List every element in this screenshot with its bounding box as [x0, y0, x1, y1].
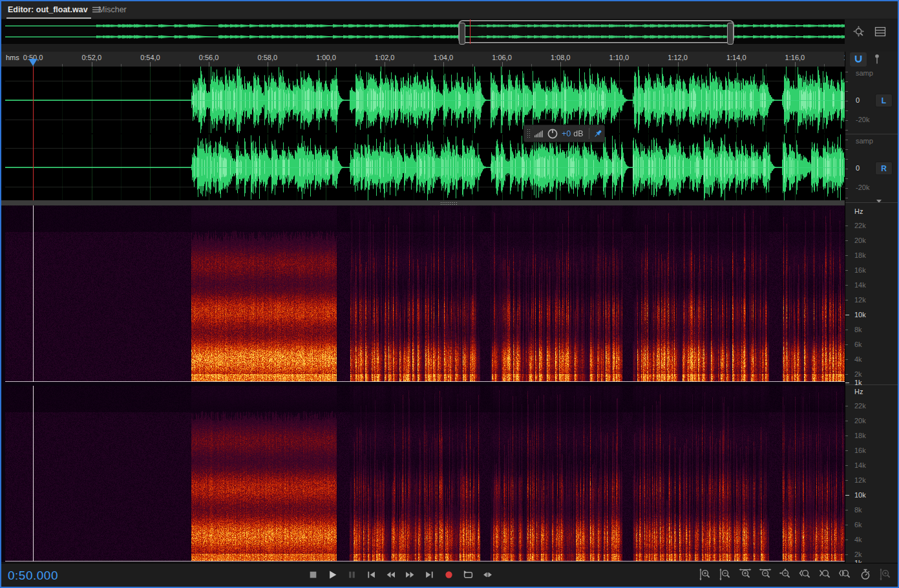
level-meter-icon [534, 129, 544, 138]
hud-drag-handle[interactable] [527, 129, 530, 138]
gain-value[interactable]: +0 [562, 129, 571, 138]
ruler-major-tick [326, 62, 326, 67]
frequency-tick [845, 554, 848, 555]
ruler-major-tick [795, 62, 796, 67]
waveform-channel-right-canvas[interactable] [5, 134, 845, 200]
active-tab-underline [6, 17, 91, 19]
amplitude-tick [845, 91, 848, 92]
frequency-tick [845, 465, 848, 466]
ruler-tick-label: 1:14,0 [726, 54, 746, 61]
amplitude-tick [845, 110, 848, 111]
scale-column[interactable]: samp0-20kLsamp0-20kRHz22k20k18k16k14k12k… [845, 52, 898, 563]
spectrogram-channel-right-canvas[interactable] [5, 386, 845, 562]
zoom-out-time-button[interactable] [758, 567, 772, 581]
frequency-tick [845, 480, 848, 481]
spectrogram-baseline [5, 561, 845, 562]
frequency-tick [845, 285, 848, 286]
frequency-tick-label: 16k [854, 266, 866, 274]
loop-playback-button[interactable] [461, 568, 475, 582]
frequency-tick-label: 4k [854, 536, 862, 543]
ruler-unit-label: hms [6, 54, 19, 61]
timeline-ruler[interactable]: hms 0:50,00:52,00:54,00:56,00:58,01:00,0… [0, 52, 845, 67]
frequency-tick-label: 6k [854, 341, 862, 348]
tab-editor-label: Editor: out_float.wav [8, 5, 88, 14]
scale-divider [845, 384, 898, 385]
record-button[interactable] [442, 568, 456, 582]
pause-button[interactable] [345, 568, 359, 582]
playhead-marker[interactable] [28, 59, 37, 66]
hud-separator [589, 128, 589, 139]
zoom-out-full-button[interactable] [778, 567, 792, 581]
viewport-right-handle[interactable] [727, 23, 734, 45]
frequency-tick-label: 8k [854, 326, 862, 333]
waveform-playhead-line [33, 67, 34, 200]
spectrogram-channel-left-canvas[interactable] [5, 205, 845, 382]
panel-menu-icon[interactable] [873, 25, 887, 38]
play-button[interactable] [326, 568, 339, 582]
timecode-display[interactable]: 0:50.000 [8, 569, 58, 583]
gain-knob-icon[interactable] [547, 128, 558, 140]
frequency-tick-label: 2k [854, 370, 862, 378]
frequency-tick [845, 226, 848, 226]
stopwatch-button[interactable] [858, 567, 872, 581]
stop-button[interactable] [306, 568, 320, 582]
channel-button-r[interactable]: R [875, 162, 893, 175]
ruler-tick-label: 1:02,0 [375, 54, 395, 61]
go-to-end-button[interactable] [423, 568, 436, 582]
frequency-tick [845, 255, 848, 256]
frequency-tick-label: 16k [854, 446, 866, 454]
amplitude-tick [845, 149, 848, 150]
amplitude-tick-label: -20k [856, 116, 869, 123]
panel-splitter[interactable] [1, 200, 845, 205]
skip-selection-button[interactable] [481, 568, 494, 582]
amplitude-tick [845, 81, 848, 82]
frequency-tick [845, 315, 849, 315]
amplitude-tick [845, 101, 848, 101]
volume-hud[interactable]: +0 dB [524, 125, 605, 142]
ruler-tick-label: 0:58,0 [257, 54, 277, 61]
ruler-tick-label: 1:04,0 [434, 54, 454, 61]
frequency-tick-label: 14k [854, 281, 866, 289]
overview-viewport-rect[interactable] [458, 20, 734, 43]
zoom-in-time-button[interactable] [738, 567, 752, 581]
splitter-grip[interactable] [440, 202, 457, 205]
zoom-in-amplitude-button[interactable] [698, 567, 712, 581]
pan-zoom-icon[interactable] [852, 25, 865, 38]
rewind-button[interactable] [384, 568, 397, 582]
tab-mixer-label: Mischer [98, 5, 127, 14]
zoom-in-at-out-point-button[interactable] [818, 567, 832, 581]
fast-forward-button[interactable] [403, 568, 417, 582]
frequency-tick [845, 540, 848, 540]
pin-hud-icon[interactable] [593, 129, 603, 139]
frequency-tick-label: 12k [854, 296, 866, 304]
amplitude-tick [845, 140, 848, 140]
frequency-tick [845, 374, 848, 375]
viewport-left-handle[interactable] [459, 23, 465, 45]
ruler-tick-label: 1:08,0 [551, 54, 571, 61]
ruler-tick-label: 0:52,0 [81, 54, 101, 61]
frequency-tick-label: 22k [854, 222, 866, 229]
frequency-unit-label: Hz [854, 388, 863, 395]
spectrogram-playhead-line [33, 205, 34, 382]
go-to-start-button[interactable] [365, 568, 378, 582]
amplitude-tick [845, 72, 848, 72]
zoom-out-amplitude-button[interactable] [718, 567, 732, 581]
amplitude-tick [845, 120, 848, 121]
frequency-tick-label: 22k [854, 402, 866, 410]
frequency-tick-label: 4k [854, 355, 862, 363]
channel-button-l[interactable]: L [875, 94, 893, 107]
marker-pin-icon[interactable] [870, 53, 883, 67]
tab-mixer[interactable]: Mischer [98, 1, 127, 18]
frequency-tick-label: 18k [854, 432, 866, 439]
waveform-channel-left-canvas[interactable] [5, 67, 845, 133]
amplitude-tick [845, 198, 848, 198]
zoom-to-selection-button[interactable] [838, 567, 852, 581]
tab-editor[interactable]: Editor: out_float.wav [8, 1, 101, 18]
ruler-major-tick [619, 62, 620, 67]
frequency-tick-label: 10k [854, 491, 866, 499]
spectrogram-baseline [5, 381, 845, 382]
zoom-in-at-in-point-button[interactable] [798, 567, 812, 581]
frequency-tick [845, 383, 849, 383]
ruler-major-tick [385, 62, 385, 67]
snap-toggle-button[interactable] [850, 52, 867, 67]
